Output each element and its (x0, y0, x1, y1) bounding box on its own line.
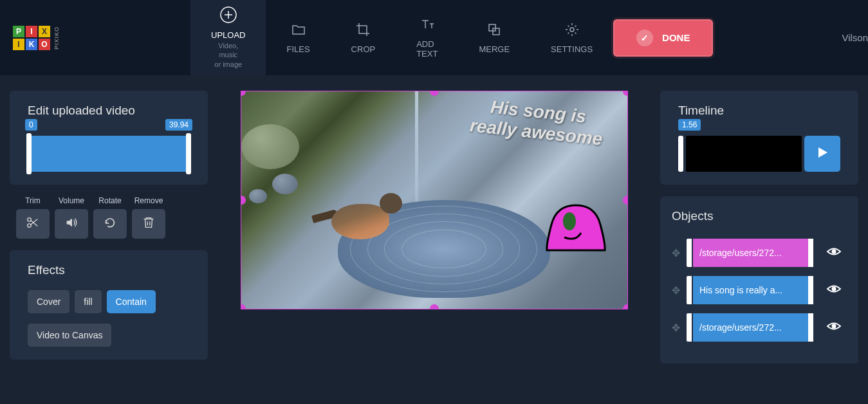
volume-button[interactable] (55, 209, 88, 239)
eye-icon (826, 281, 842, 299)
effect-cover-button[interactable]: Cover (28, 290, 69, 313)
canvas-area: His song isreally awesome (234, 91, 634, 404)
logo-text: PIXIKO (53, 26, 60, 49)
visibility-toggle-1[interactable] (821, 277, 847, 303)
nav-crop[interactable]: CROP (331, 0, 396, 75)
nav-upload[interactable]: UPLOAD Video, musicor image (190, 0, 266, 75)
visibility-toggle-2[interactable] (821, 315, 847, 340)
slider-handle-end[interactable] (186, 133, 191, 174)
object-row-0: ✥ /storage/users/272... (672, 239, 847, 267)
timeline-track[interactable] (686, 136, 802, 172)
rotate-tool: Rotate (93, 196, 127, 239)
drag-handle-icon[interactable]: ✥ (672, 322, 680, 334)
timeline-pos-label: 1.56 (678, 119, 701, 131)
timeline-panel: Timeline 1.56 (660, 91, 858, 185)
logo[interactable]: P I X I K O PIXIKO (13, 26, 68, 50)
object-item-0[interactable]: /storage/users/272... (687, 239, 815, 267)
objects-title: Objects (672, 209, 847, 223)
tool-row: Trim Volume Rotate (10, 196, 208, 239)
text-icon (420, 17, 435, 34)
edit-video-title: Edit uploaded video (28, 104, 190, 118)
object-item-2[interactable]: /storage/users/272... (687, 313, 815, 342)
plus-circle-icon (220, 6, 237, 25)
handle-br[interactable] (623, 304, 628, 309)
effects-title: Effects (28, 263, 190, 277)
remove-button[interactable] (132, 209, 165, 239)
handle-ml[interactable] (241, 196, 246, 205)
timeline-title: Timeline (678, 104, 840, 118)
trim-tool: Trim (16, 196, 50, 239)
svg-point-5 (570, 28, 574, 32)
eye-icon (826, 318, 842, 336)
nav-addtext-label: ADD TEXT (416, 39, 438, 59)
object-label-1: His song is really a... (693, 276, 808, 304)
nav-settings[interactable]: SETTINGS (530, 0, 613, 75)
play-button[interactable] (804, 136, 840, 172)
nav-upload-label: UPLOAD (211, 30, 245, 40)
handle-tr[interactable] (623, 91, 628, 96)
main-area: Edit uploaded video 0 39.94 Trim Volume (0, 75, 868, 404)
nav-files[interactable]: FILES (266, 0, 330, 75)
handle-bl[interactable] (241, 304, 246, 309)
svg-rect-4 (493, 28, 499, 35)
trim-slider[interactable]: 0 39.94 (28, 136, 190, 172)
slider-handle-start[interactable] (26, 133, 32, 174)
canvas-bird (319, 181, 402, 239)
svg-point-11 (832, 250, 836, 254)
user-name: Vilsonfire (842, 32, 868, 43)
done-label: DONE (662, 32, 690, 43)
visibility-toggle-0[interactable] (821, 240, 847, 266)
drag-handle-icon[interactable]: ✥ (672, 247, 680, 259)
crop-icon (355, 22, 371, 39)
trim-button[interactable] (16, 209, 50, 239)
nav-merge-label: MERGE (479, 44, 510, 54)
nav-addtext[interactable]: ADD TEXT (396, 0, 458, 75)
effects-panel: Effects Cover fill Contain Video to Canv… (10, 250, 208, 360)
object-item-1[interactable]: His song is really a... (687, 276, 815, 304)
objects-panel: Objects ✥ /storage/users/272... ✥ (660, 196, 858, 363)
eye-icon (826, 244, 842, 262)
handle-tc[interactable] (430, 91, 439, 96)
gear-icon (564, 22, 580, 39)
done-button[interactable]: ✓ DONE (613, 19, 713, 57)
volume-tool: Volume (55, 196, 88, 239)
volume-label: Volume (59, 196, 84, 205)
svg-point-12 (832, 287, 836, 291)
nav-merge[interactable]: MERGE (458, 0, 530, 75)
user-menu[interactable]: Vilsonfire ▾ (842, 32, 868, 44)
handle-bc[interactable] (430, 304, 439, 309)
edit-video-panel: Edit uploaded video 0 39.94 (10, 91, 208, 185)
merge-icon (486, 22, 502, 39)
canvas-overlay-text[interactable]: His song isreally awesome (458, 94, 616, 151)
effect-fill-button[interactable]: fill (75, 290, 101, 313)
volume-icon (64, 216, 78, 232)
rotate-icon (103, 216, 117, 232)
effect-videotocanvas-button[interactable]: Video to Canvas (28, 324, 111, 347)
scissors-icon (26, 216, 40, 232)
folder-icon (291, 22, 306, 39)
effect-contain-button[interactable]: Contain (107, 290, 156, 313)
rotate-label: Rotate (98, 196, 121, 205)
handle-tl[interactable] (241, 91, 246, 96)
remove-tool: Remove (132, 196, 165, 239)
nav-upload-sub: Video, musicor image (211, 41, 245, 69)
object-row-1: ✥ His song is really a... (672, 276, 847, 304)
right-panel: Timeline 1.56 Objects ✥ /storage/users/2… (660, 91, 858, 404)
left-panel: Edit uploaded video 0 39.94 Trim Volume (10, 91, 208, 404)
drag-handle-icon[interactable]: ✥ (672, 284, 680, 297)
slider-start-label: 0 (25, 119, 37, 131)
slider-end-label: 39.94 (165, 119, 192, 131)
play-icon (816, 146, 829, 161)
object-row-2: ✥ /storage/users/272... (672, 313, 847, 342)
canvas-sticker[interactable] (544, 202, 608, 252)
rotate-button[interactable] (93, 209, 127, 239)
svg-rect-3 (489, 24, 495, 31)
nav-settings-label: SETTINGS (551, 44, 593, 54)
handle-mr[interactable] (623, 196, 628, 205)
trash-icon (142, 216, 156, 232)
object-label-2: /storage/users/272... (693, 313, 808, 342)
timeline-cursor[interactable] (678, 136, 683, 172)
nav-crop-label: CROP (351, 44, 376, 54)
slider-track (28, 136, 190, 172)
canvas[interactable]: His song isreally awesome (241, 91, 628, 309)
